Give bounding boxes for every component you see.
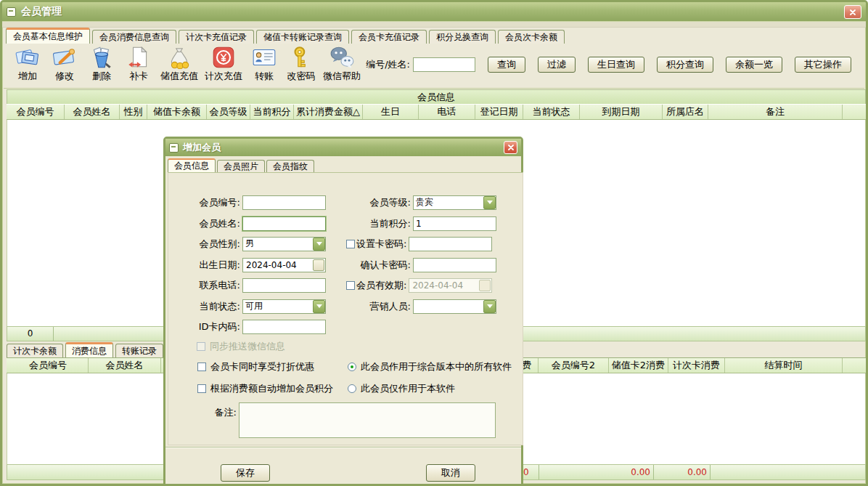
column-header[interactable]: 生日 [363,105,419,119]
edit-icon [52,46,78,69]
close-icon [507,144,515,151]
stored-value-recharge-button[interactable]: 储值充值 [160,46,198,83]
search-action-button[interactable]: 余额一览 [726,57,782,73]
chevron-down-icon [313,300,325,313]
column-header[interactable]: 到期日期 [580,105,663,119]
transfer-button[interactable]: 转账 [249,46,279,83]
column-header[interactable]: 会员姓名 [65,105,120,119]
chevron-down-icon [313,238,325,251]
dialog-tab[interactable]: 会员指纹 [266,160,314,172]
main-tab[interactable]: 会员卡充值记录 [351,30,427,44]
column-header[interactable]: 会员编号 [7,105,65,119]
this-software-only-radio[interactable] [348,384,356,393]
search-label: 编号/姓名: [366,58,410,71]
column-header[interactable]: 会员编号 [8,358,89,373]
auto-points-checkbox[interactable] [197,384,206,393]
column-header[interactable]: 电话 [419,105,475,119]
add-member-button[interactable]: 增加 [12,46,43,83]
main-tab[interactable]: 计次卡充值记录 [179,30,254,44]
birth-date-input[interactable]: 2024-04-04 [242,258,326,272]
window-titlebar: 会员管理 [2,2,866,21]
window-close-button[interactable] [844,5,861,19]
set-card-password-checkbox[interactable] [346,240,355,248]
calendar-button [479,280,491,291]
column-header[interactable]: 计次卡消费 [668,358,725,373]
discount-checkbox[interactable] [197,363,206,371]
column-header[interactable]: 会员姓名 [89,358,161,373]
member-id-input[interactable] [242,195,326,210]
count-card-sum: 0.00 [654,465,711,479]
save-button[interactable]: 保存 [221,464,270,482]
search-buttons: 查询过滤生日查询积分查询余额一览其它操作 [475,57,851,73]
column-header[interactable]: 累计消费金额△ [294,105,363,119]
delete-icon [89,46,115,69]
phone-input[interactable] [242,278,326,293]
reissue-card-icon [126,46,152,69]
column-header[interactable]: 储值卡余额 [147,105,207,119]
member-management-window: 会员管理 会员基本信息维护会员消费信息查询计次卡充值记录储值卡转账记录查询会员卡… [0,0,868,486]
column-header[interactable]: 当前状态 [523,105,580,119]
dialog-tab-bar: 会员信息会员照片会员指纹 [168,158,519,172]
main-tab[interactable]: 会员次卡余额 [498,30,565,44]
validity-checkbox[interactable] [346,281,355,290]
reissue-card-button[interactable]: 补卡 [123,46,154,83]
member-name-input[interactable] [242,216,326,231]
main-tab[interactable]: 会员消费信息查询 [92,30,176,44]
detail-footer-count: 0 [522,465,539,479]
main-tab[interactable]: 储值卡转账记录查询 [256,30,349,44]
card-password-input[interactable] [409,237,492,251]
main-tab[interactable]: 会员基本信息维护 [6,28,90,44]
search-input[interactable] [413,57,475,72]
member-grid-header: 会员编号会员姓名性别储值卡余额会员等级当前积分累计消费金额△生日电话登记日期当前… [7,104,866,120]
search-action-button[interactable]: 生日查询 [588,57,644,73]
column-header[interactable]: 会员编号2 [539,358,609,373]
wechat-help-button[interactable]: 微信帮助 [323,46,361,83]
column-header[interactable]: 结算时间 [725,358,843,373]
column-header[interactable]: 所属店名 [663,105,708,119]
yuan-badge-icon [210,46,237,69]
confirm-password-input[interactable] [413,258,496,272]
dialog-close-button[interactable] [504,141,517,154]
dialog-tab[interactable]: 会员照片 [217,160,265,172]
dialog-icon [169,143,179,153]
main-tab[interactable]: 积分兑换查询 [429,30,496,44]
delete-member-button[interactable]: 删除 [86,46,117,83]
column-header[interactable]: 会员等级 [207,105,250,119]
marketer-select[interactable] [413,299,496,314]
close-icon [849,9,856,16]
search-action-button[interactable]: 查询 [488,57,525,73]
window-title: 会员管理 [21,5,62,18]
edit-member-button[interactable]: 修改 [49,46,80,83]
count-recharge-button[interactable]: 计次充值 [205,46,242,83]
id-card-code-input[interactable] [242,320,326,334]
cancel-button[interactable]: 取消 [426,464,475,482]
column-header[interactable]: 性别 [120,105,147,119]
status-select[interactable]: 可用 [242,299,326,314]
detail-tab[interactable]: 消费信息 [65,342,113,357]
all-software-radio[interactable] [348,363,356,371]
add-member-dialog: 增加会员 会员信息会员照片会员指纹 会员编号: 会员姓名: 会员性别: 男 出生… [163,137,523,486]
dialog-separator [165,447,521,448]
search-action-button[interactable]: 其它操作 [795,57,851,73]
toolbar: 增加 修改 删除 补卡 储值充值 计次充值 转账 改密码 [4,44,864,89]
change-password-button[interactable]: 改密码 [286,46,316,83]
money-bag-icon [166,46,192,69]
detail-tab[interactable]: 转账记录 [115,344,163,357]
remark-textarea[interactable] [239,402,496,438]
calendar-button[interactable] [313,259,324,271]
current-points-input[interactable] [413,216,496,231]
column-header[interactable]: 登记日期 [475,105,523,119]
column-header[interactable]: 备注 [708,105,843,119]
search-action-button[interactable]: 过滤 [538,57,576,73]
column-header[interactable]: 当前积分 [250,105,294,119]
window-icon [7,7,16,17]
stored-card-sum: 0.00 [539,465,654,479]
member-grid-band-title: 会员信息 [7,89,866,104]
dialog-tab[interactable]: 会员信息 [168,158,216,172]
gender-select[interactable]: 男 [242,237,326,251]
member-level-select[interactable]: 贵宾 [413,195,496,210]
search-action-button[interactable]: 积分查询 [657,57,713,73]
column-header[interactable]: 储值卡2消费 [609,358,668,373]
detail-tab[interactable]: 计次卡余额 [7,344,63,357]
wechat-push-checkbox [197,342,205,351]
